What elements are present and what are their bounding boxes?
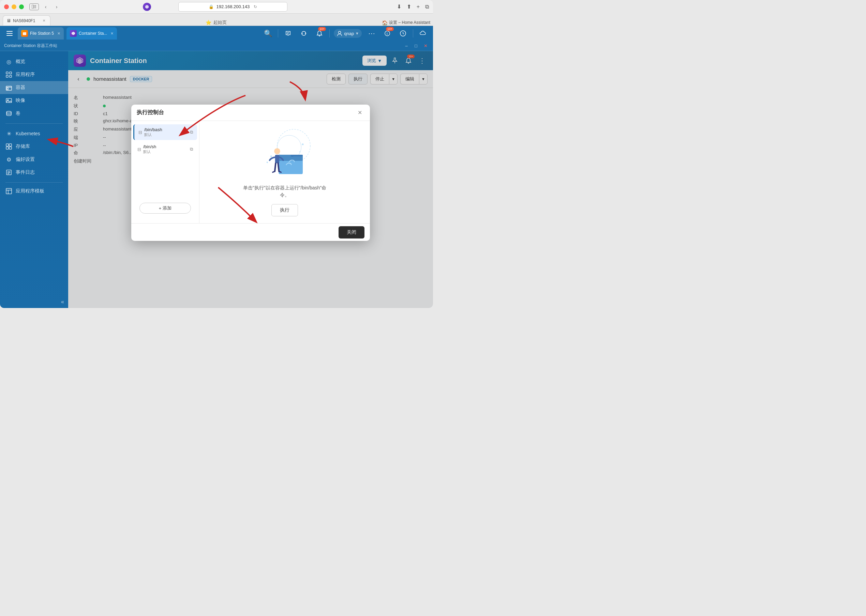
share-icon[interactable]: ⬆ — [407, 3, 411, 10]
download-icon[interactable]: ⬇ — [397, 3, 401, 10]
exec-console-modal: 执行控制台 ✕ ⊟ /bin/bash 默认 ⧉ — [131, 105, 370, 241]
restore-btn[interactable]: □ — [413, 42, 419, 49]
sidebar: ◎ 概览 应用程序 容器 映像 — [0, 51, 68, 308]
qnap-app-chrome: File Station 5 ✕ Container Sta... ✕ 🔍 10… — [0, 26, 433, 41]
sidebar-item-volumes[interactable]: 卷 — [0, 107, 68, 120]
browser-tab-nas[interactable]: 🖥 NAS6940F1 ✕ — [3, 15, 50, 25]
sh-name: /bin/sh — [143, 144, 156, 149]
eventlog-icon — [5, 169, 12, 176]
new-tab-icon[interactable]: + — [417, 4, 420, 10]
hamburger-line — [6, 31, 13, 32]
exec-illustration-panel: 单击"执行"以在容器上运行"/bin/bash"命令。 执行 — [200, 121, 370, 223]
clock-icon-btn[interactable] — [397, 28, 409, 39]
add-icon: + — [159, 206, 162, 211]
app-tab-containerstation[interactable]: Container Sta... ✕ — [66, 27, 117, 39]
nas-tab-icon: 🖥 — [6, 18, 11, 23]
containerstation-tab-close[interactable]: ✕ — [110, 31, 113, 36]
maximize-traffic-light[interactable] — [19, 5, 24, 9]
sidebar-section-advanced: ✳ Kubernetes 存储库 ⚙ 偏好设置 事件日志 — [0, 126, 68, 180]
sh-link-icon[interactable]: ⧉ — [190, 146, 193, 152]
containerstation-tab-label: Container Sta... — [79, 31, 107, 36]
home-tab-label: 起始页 — [213, 19, 227, 25]
sidebar-item-overview[interactable]: ◎ 概览 — [0, 55, 68, 68]
duplicate-icon[interactable]: ⧉ — [425, 4, 429, 10]
volumes-label: 卷 — [16, 110, 20, 116]
sidebar-collapse-btn[interactable]: « — [0, 296, 68, 308]
address-bar-area: 🔒 192.168.200.143 ↻ — [61, 2, 397, 12]
modal-close-x-btn[interactable]: ✕ — [355, 108, 364, 118]
sidebar-item-kubernetes[interactable]: ✳ Kubernetes — [0, 127, 68, 140]
exec-run-btn[interactable]: 执行 — [271, 204, 298, 216]
minimize-btn[interactable]: – — [403, 42, 410, 49]
apps-label: 应用程序 — [16, 72, 35, 78]
svg-rect-21 — [9, 144, 12, 146]
exec-item-sh[interactable]: ⊟ /bin/sh 默认 ⧉ — [133, 141, 197, 157]
sidebar-item-preferences[interactable]: ⚙ 偏好设置 — [0, 153, 68, 166]
sidebar-item-apptemplate[interactable]: 应用程序模板 — [0, 185, 68, 198]
info-badge-btn[interactable]: i 10+ — [381, 28, 393, 39]
svg-rect-0 — [32, 5, 33, 8]
qnap-chrome-right: 🔍 10+ qnap ▼ ⋯ i 10+ — [262, 28, 429, 39]
cloud-icon-btn[interactable] — [417, 28, 429, 39]
forward-nav-btn[interactable]: › — [52, 3, 61, 11]
settings-tab-label: 设置 – Home Assistant — [389, 20, 430, 25]
sidebar-item-storage[interactable]: 存储库 — [0, 140, 68, 153]
divider2 — [329, 29, 330, 38]
preferences-icon: ⚙ — [5, 156, 12, 163]
add-label: 添加 — [163, 205, 172, 211]
modal-body: ⊟ /bin/bash 默认 ⧉ ⊟ /bin/sh 默认 — [131, 121, 370, 223]
address-input[interactable]: 🔒 192.168.200.143 ↻ — [178, 2, 287, 12]
nas-tab-label: NAS6940F1 — [13, 19, 35, 23]
search-btn[interactable]: 🔍 — [262, 28, 274, 39]
modal-overlay[interactable]: 执行控制台 ✕ ⊟ /bin/bash 默认 ⧉ — [68, 51, 433, 308]
svg-rect-28 — [6, 189, 12, 194]
sidebar-toggle-btn[interactable] — [29, 3, 39, 10]
back-nav-btn[interactable]: ‹ — [42, 3, 50, 11]
svg-point-41 — [302, 143, 304, 145]
sidebar-item-apps[interactable]: 应用程序 — [0, 68, 68, 81]
exec-illustration — [254, 128, 315, 179]
apptemplate-icon — [5, 188, 12, 195]
exec-sh-info: /bin/sh 默认 — [143, 144, 156, 154]
close-btn[interactable]: ✕ — [422, 42, 429, 49]
preferences-label: 偏好设置 — [16, 156, 35, 162]
navigation-controls: ‹ › — [29, 3, 61, 11]
sh-default: 默认 — [143, 149, 156, 154]
home-tab-area[interactable]: ⭐ 起始页 — [50, 19, 382, 25]
sidebar-divider-1 — [5, 123, 63, 124]
nas-tab-close[interactable]: ✕ — [41, 18, 47, 24]
modal-close-footer-btn[interactable]: 关闭 — [339, 226, 364, 239]
modal-title: 执行控制台 — [137, 109, 164, 116]
sidebar-item-eventlog[interactable]: 事件日志 — [0, 166, 68, 179]
bash-link-icon[interactable]: ⧉ — [190, 129, 193, 135]
containerstation-tab-icon — [70, 30, 77, 37]
hamburger-line — [6, 33, 13, 34]
filestation-tab-close[interactable]: ✕ — [57, 31, 60, 36]
window-chrome: ‹ › 🔒 192.168.200.143 ↻ ⬇ ⬆ + ⧉ — [0, 0, 433, 14]
add-exec-btn[interactable]: + 添加 — [139, 203, 191, 214]
chrome-right-toolbar: ⬇ ⬆ + ⧉ — [397, 3, 429, 10]
notification-icon-btn[interactable]: 10+ — [314, 28, 325, 39]
terminal-sh-icon: ⊟ — [137, 147, 141, 152]
svg-point-19 — [6, 112, 11, 113]
user-btn[interactable]: qnap ▼ — [334, 29, 362, 38]
media-icon-btn[interactable] — [282, 28, 294, 39]
bash-name: /bin/bash — [144, 127, 162, 132]
close-traffic-light[interactable] — [4, 5, 9, 9]
app-tab-filestation[interactable]: File Station 5 ✕ — [18, 27, 64, 39]
sidebar-item-containers[interactable]: 容器 — [0, 81, 68, 94]
storage-label: 存储库 — [16, 143, 30, 149]
sync-icon-btn[interactable] — [298, 28, 310, 39]
qnap-favicon — [143, 3, 151, 11]
divider3 — [413, 29, 413, 38]
minimize-traffic-light[interactable] — [12, 5, 16, 9]
sidebar-section-main: ◎ 概览 应用程序 容器 映像 — [0, 54, 68, 121]
sidebar-item-images[interactable]: 映像 — [0, 94, 68, 107]
eventlog-label: 事件日志 — [16, 169, 35, 176]
hamburger-menu-btn[interactable] — [4, 28, 15, 39]
exec-item-bash[interactable]: ⊟ /bin/bash 默认 ⧉ — [133, 124, 197, 140]
svg-rect-22 — [6, 147, 8, 149]
more-options-btn[interactable]: ⋯ — [366, 28, 378, 39]
divider — [278, 29, 278, 38]
svg-rect-23 — [9, 147, 12, 149]
